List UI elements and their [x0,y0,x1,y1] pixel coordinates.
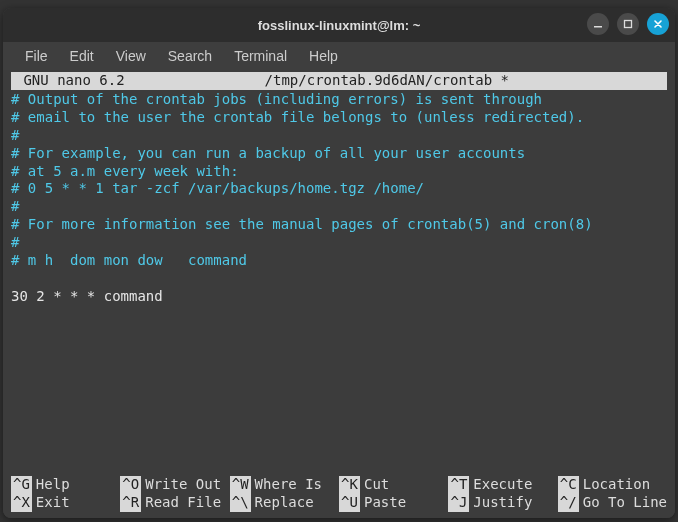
maximize-button[interactable] [617,13,639,35]
shortcut-label: Where Is [255,476,322,494]
menu-search[interactable]: Search [158,44,222,68]
terminal-window: fosslinux-linuxmint@lm: ~ File Edit View… [3,8,675,518]
close-icon [653,19,663,29]
shortcut-label: Cut [364,476,389,494]
nano-filepath: /tmp/crontab.9d6dAN/crontab * [125,72,649,90]
editor-line [11,270,667,288]
shortcut-label: Write Out [145,476,221,494]
svg-rect-1 [625,21,632,28]
shortcut-label: Paste [364,494,406,512]
minimize-button[interactable] [587,13,609,35]
nano-modified [649,72,663,90]
editor-line: # For example, you can run a backup of a… [11,145,667,163]
shortcut: ^RRead File [120,494,225,512]
editor-line: # [11,234,667,252]
shortcut: ^CLocation [558,476,667,494]
svg-rect-0 [594,26,602,28]
shortcut-label: Exit [36,494,70,512]
shortcut-key: ^\ [230,494,251,512]
editor-line: # email to the user the crontab file bel… [11,109,667,127]
shortcut-key: ^U [339,494,360,512]
close-button[interactable] [647,13,669,35]
shortcut: ^KCut [339,476,444,494]
shortcut-key: ^J [448,494,469,512]
terminal-area[interactable]: GNU nano 6.2 /tmp/crontab.9d6dAN/crontab… [3,70,675,518]
shortcut-label: Go To Line [583,494,667,512]
nano-header: GNU nano 6.2 /tmp/crontab.9d6dAN/crontab… [11,72,667,90]
shortcuts-bar: ^GHelp^OWrite Out^WWhere Is^KCut^TExecut… [11,476,667,514]
shortcut-key: ^K [339,476,360,494]
editor-line: # 0 5 * * 1 tar -zcf /var/backups/home.t… [11,180,667,198]
shortcut-key: ^G [11,476,32,494]
editor-line: # [11,127,667,145]
editor-line: # [11,198,667,216]
shortcut: ^/Go To Line [558,494,667,512]
shortcut-key: ^/ [558,494,579,512]
shortcut-key: ^R [120,494,141,512]
menu-view[interactable]: View [106,44,156,68]
shortcut: ^JJustify [448,494,553,512]
shortcut: ^UPaste [339,494,444,512]
menu-help[interactable]: Help [299,44,348,68]
shortcut-label: Help [36,476,70,494]
shortcut-key: ^C [558,476,579,494]
shortcut: ^\Replace [230,494,335,512]
shortcut: ^TExecute [448,476,553,494]
shortcut-label: Execute [473,476,532,494]
menu-file[interactable]: File [15,44,58,68]
shortcut-label: Read File [145,494,221,512]
editor-content[interactable]: # Output of the crontab jobs (including … [11,90,667,476]
shortcut-label: Location [583,476,650,494]
shortcut-label: Replace [255,494,314,512]
minimize-icon [593,19,603,29]
window-title: fosslinux-linuxmint@lm: ~ [258,18,421,33]
editor-line: # m h dom mon dow command [11,252,667,270]
menu-terminal[interactable]: Terminal [224,44,297,68]
nano-version: GNU nano 6.2 [15,72,125,90]
shortcut: ^OWrite Out [120,476,225,494]
shortcut-label: Justify [473,494,532,512]
editor-line: # at 5 a.m every week with: [11,163,667,181]
titlebar: fosslinux-linuxmint@lm: ~ [3,8,675,42]
shortcut-key: ^T [448,476,469,494]
menubar: File Edit View Search Terminal Help [3,42,675,70]
shortcut-key: ^O [120,476,141,494]
window-controls [587,13,669,35]
editor-line: # Output of the crontab jobs (including … [11,91,667,109]
shortcut: ^XExit [11,494,116,512]
menu-edit[interactable]: Edit [60,44,104,68]
shortcut-key: ^X [11,494,32,512]
editor-line: # For more information see the manual pa… [11,216,667,234]
shortcut: ^GHelp [11,476,116,494]
editor-line: 30 2 * * * command [11,288,667,306]
shortcut: ^WWhere Is [230,476,335,494]
shortcut-key: ^W [230,476,251,494]
maximize-icon [623,19,633,29]
